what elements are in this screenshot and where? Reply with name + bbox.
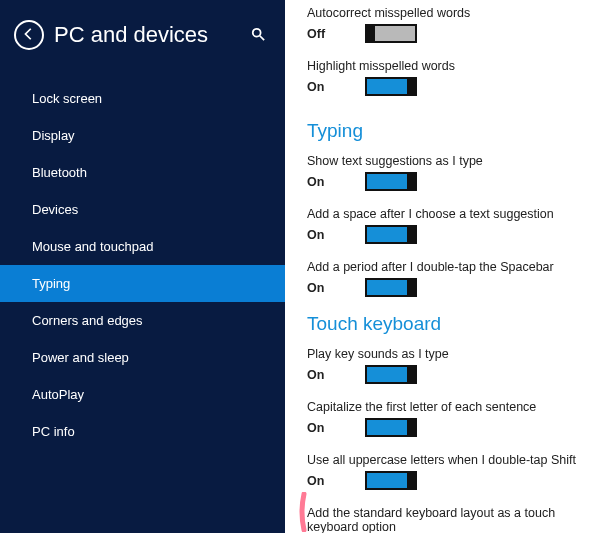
setting-state-row: On (307, 365, 590, 384)
toggle-state-text: On (307, 474, 365, 488)
sidebar-item-label: PC info (32, 424, 75, 439)
sidebar-item-label: Devices (32, 202, 78, 217)
sidebar-item-lock-screen[interactable]: Lock screen (0, 80, 285, 117)
setting-add-period: Add a period after I double-tap the Spac… (307, 260, 590, 297)
search-button[interactable] (247, 23, 269, 48)
toggle-add-space[interactable] (365, 225, 417, 244)
sidebar-header: PC and devices (0, 0, 285, 60)
section-heading-typing: Typing (307, 120, 590, 142)
setting-capitalize: Capitalize the first letter of each sent… (307, 400, 590, 437)
setting-label: Use all uppercase letters when I double-… (307, 453, 590, 467)
sidebar: PC and devices Lock screen Display Bluet… (0, 0, 285, 533)
setting-label: Add a space after I choose a text sugges… (307, 207, 590, 221)
toggle-state-text: On (307, 175, 365, 189)
sidebar-list: Lock screen Display Bluetooth Devices Mo… (0, 80, 285, 450)
setting-state-row: Off (307, 24, 590, 43)
svg-point-0 (253, 28, 261, 36)
toggle-state-text: Off (307, 27, 365, 41)
setting-label: Autocorrect misspelled words (307, 6, 590, 20)
sidebar-item-display[interactable]: Display (0, 117, 285, 154)
sidebar-item-label: Display (32, 128, 75, 143)
sidebar-item-autoplay[interactable]: AutoPlay (0, 376, 285, 413)
sidebar-item-label: Mouse and touchpad (32, 239, 153, 254)
sidebar-item-label: Corners and edges (32, 313, 143, 328)
setting-add-space: Add a space after I choose a text sugges… (307, 207, 590, 244)
search-icon (251, 29, 265, 44)
setting-label: Add the standard keyboard layout as a to… (307, 506, 590, 533)
setting-state-row: On (307, 225, 590, 244)
toggle-state-text: On (307, 228, 365, 242)
svg-line-1 (260, 35, 264, 39)
page-title: PC and devices (54, 22, 208, 48)
sidebar-item-label: Power and sleep (32, 350, 129, 365)
sidebar-item-pc-info[interactable]: PC info (0, 413, 285, 450)
setting-label: Highlight misspelled words (307, 59, 590, 73)
setting-uppercase: Use all uppercase letters when I double-… (307, 453, 590, 490)
toggle-state-text: On (307, 281, 365, 295)
setting-suggestions: Show text suggestions as I type On (307, 154, 590, 191)
sidebar-item-label: AutoPlay (32, 387, 84, 402)
sidebar-item-power-sleep[interactable]: Power and sleep (0, 339, 285, 376)
toggle-uppercase[interactable] (365, 471, 417, 490)
toggle-state-text: On (307, 368, 365, 382)
setting-key-sounds: Play key sounds as I type On (307, 347, 590, 384)
setting-state-row: On (307, 471, 590, 490)
sidebar-item-label: Typing (32, 276, 70, 291)
sidebar-item-corners-edges[interactable]: Corners and edges (0, 302, 285, 339)
toggle-suggestions[interactable] (365, 172, 417, 191)
sidebar-item-typing[interactable]: Typing (0, 265, 285, 302)
setting-state-row: On (307, 77, 590, 96)
toggle-state-text: On (307, 421, 365, 435)
setting-autocorrect: Autocorrect misspelled words Off (307, 6, 590, 43)
arrow-left-icon (22, 27, 36, 44)
sidebar-item-label: Lock screen (32, 91, 102, 106)
setting-label: Add a period after I double-tap the Spac… (307, 260, 590, 274)
sidebar-item-bluetooth[interactable]: Bluetooth (0, 154, 285, 191)
section-heading-touch-keyboard: Touch keyboard (307, 313, 590, 335)
toggle-highlight[interactable] (365, 77, 417, 96)
sidebar-item-devices[interactable]: Devices (0, 191, 285, 228)
toggle-autocorrect[interactable] (365, 24, 417, 43)
setting-label: Play key sounds as I type (307, 347, 590, 361)
settings-window: PC and devices Lock screen Display Bluet… (0, 0, 600, 533)
toggle-capitalize[interactable] (365, 418, 417, 437)
back-button[interactable] (14, 20, 44, 50)
toggle-key-sounds[interactable] (365, 365, 417, 384)
setting-state-row: On (307, 172, 590, 191)
toggle-state-text: On (307, 80, 365, 94)
setting-highlight: Highlight misspelled words On (307, 59, 590, 96)
content-pane[interactable]: Autocorrect misspelled words Off Highlig… (285, 0, 600, 533)
setting-standard-layout: Add the standard keyboard layout as a to… (307, 506, 590, 533)
setting-state-row: On (307, 278, 590, 297)
toggle-add-period[interactable] (365, 278, 417, 297)
setting-label: Show text suggestions as I type (307, 154, 590, 168)
sidebar-item-label: Bluetooth (32, 165, 87, 180)
sidebar-item-mouse-touchpad[interactable]: Mouse and touchpad (0, 228, 285, 265)
setting-label: Capitalize the first letter of each sent… (307, 400, 590, 414)
setting-state-row: On (307, 418, 590, 437)
